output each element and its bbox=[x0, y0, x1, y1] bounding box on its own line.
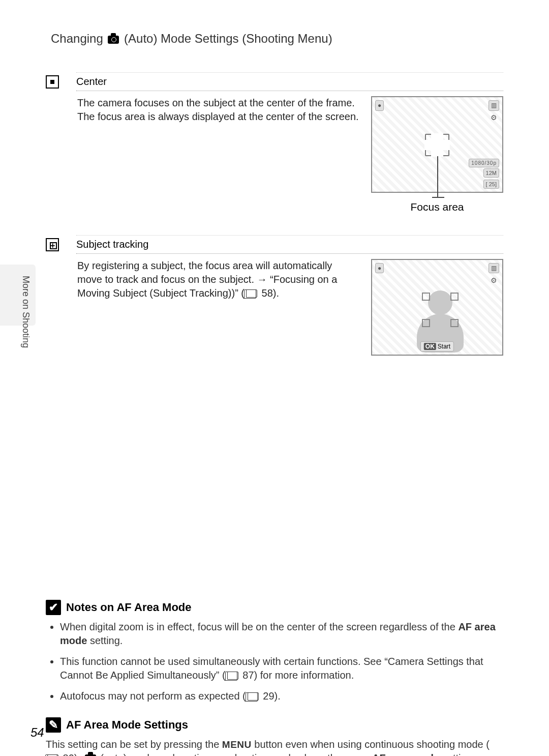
center-text-2: The focus area is always displayed at th… bbox=[77, 111, 359, 122]
tip-t4: setting. bbox=[439, 752, 475, 756]
entry-center-title: Center bbox=[76, 72, 503, 91]
subject-head-icon bbox=[428, 290, 452, 315]
callout-line bbox=[437, 156, 438, 197]
center-text-1: The camera focuses on the subject at the… bbox=[77, 97, 355, 108]
note2-b: 87) for more information. bbox=[242, 670, 354, 681]
callout-tick bbox=[432, 197, 444, 198]
tip-text: This setting can be set by pressing the … bbox=[46, 738, 503, 756]
note3-b: 29). bbox=[263, 690, 280, 702]
settings-icon: ⚙ bbox=[489, 275, 499, 286]
header-prefix: Changing bbox=[51, 32, 103, 45]
settings-icon: ⚙ bbox=[489, 112, 499, 123]
page-ref-icon bbox=[246, 289, 257, 298]
battery-icon: ▥ bbox=[489, 100, 499, 110]
camera-icon bbox=[108, 36, 119, 44]
page-number: 54 bbox=[30, 724, 44, 741]
mode-indicator-icon: ● bbox=[375, 263, 384, 273]
tip-title: AF Area Mode Settings bbox=[66, 717, 188, 733]
notes-list: When digital zoom is in effect, focus wi… bbox=[60, 620, 503, 703]
note1-c: setting. bbox=[87, 635, 123, 646]
entry-tracking-title: Subject tracking bbox=[76, 235, 503, 254]
ok-label: OK bbox=[424, 343, 436, 350]
note-item-2: This function cannot be used simultaneou… bbox=[60, 655, 503, 682]
screen-preview-tracking: ● ▥ ⚙ OKStart bbox=[371, 259, 503, 356]
movie-res-badge: 1080/30p bbox=[469, 159, 499, 168]
notes-block: ✔ Notes on AF Area Mode When digital zoo… bbox=[46, 600, 503, 703]
ok-start-badge: OKStart bbox=[420, 341, 454, 352]
note-item-1: When digital zoom is in effect, focus wi… bbox=[60, 620, 503, 648]
tracking-text: By registering a subject, the focus area… bbox=[77, 260, 337, 299]
side-tab-label: More on Shooting bbox=[18, 270, 34, 354]
shots-remaining-badge: [ 25] bbox=[483, 180, 499, 189]
tip-icon: ✎ bbox=[46, 717, 61, 733]
mode-indicator-icon: ● bbox=[375, 100, 384, 110]
screen-caption-center: Focus area bbox=[371, 200, 503, 214]
entry-tracking: Subject tracking By registering a subjec… bbox=[46, 235, 503, 356]
header-suffix: (Auto) Mode Settings (Shooting Menu) bbox=[124, 32, 332, 45]
page-header: Changing (Auto) Mode Settings (Shooting … bbox=[51, 31, 503, 47]
tip-block: ✎ AF Area Mode Settings This setting can… bbox=[46, 717, 503, 756]
tracking-mode-icon bbox=[46, 238, 59, 251]
page-content: Changing (Auto) Mode Settings (Shooting … bbox=[0, 0, 549, 756]
caution-icon: ✔ bbox=[46, 600, 61, 615]
tip-t3: (auto) mode and continuous shooting mode… bbox=[98, 752, 372, 756]
menu-label: MENU bbox=[222, 739, 252, 750]
tip-t2ref: 80). bbox=[63, 752, 83, 756]
tip-bold: AF area mode bbox=[372, 752, 439, 756]
tip-t2: button even when using continuous shooti… bbox=[252, 739, 490, 750]
note1-a: When digital zoom is in effect, focus wi… bbox=[60, 621, 458, 632]
screen-preview-center: ● ▥ ⚙ 1080/30p 12M [ 25] bbox=[371, 96, 503, 193]
image-size-badge: 12M bbox=[483, 168, 499, 178]
note3-a: Autofocus may not perform as expected ( bbox=[60, 690, 246, 702]
tracking-ref-num: 58). bbox=[262, 287, 279, 299]
focus-bracket-icon bbox=[425, 134, 449, 156]
note-item-3: Autofocus may not perform as expected ( … bbox=[60, 689, 503, 703]
page-ref-icon bbox=[227, 672, 238, 680]
center-mode-icon bbox=[46, 75, 59, 89]
start-label: Start bbox=[438, 343, 450, 350]
page-ref-icon bbox=[248, 692, 259, 701]
notes-title: Notes on AF Area Mode bbox=[66, 600, 192, 615]
entry-center: Center The camera focuses on the subject… bbox=[46, 72, 503, 214]
tip-t1: This setting can be set by pressing the bbox=[46, 739, 222, 750]
battery-icon: ▥ bbox=[489, 263, 499, 273]
